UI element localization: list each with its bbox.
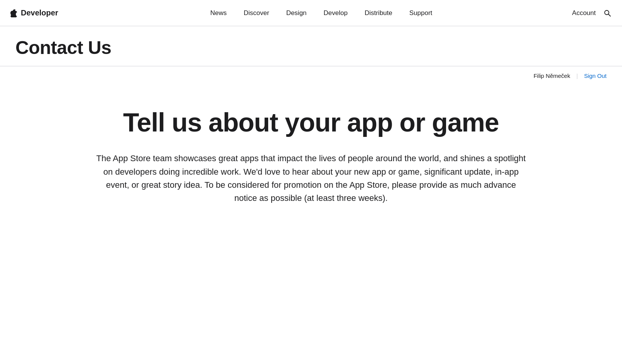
page-title: Contact Us	[15, 37, 607, 58]
nav-item-distribute[interactable]: Distribute	[356, 0, 401, 26]
nav-links: News Discover Design Develop Distribute …	[71, 0, 572, 26]
user-bar-divider: |	[576, 72, 578, 79]
svg-line-1	[608, 14, 610, 16]
nav-right: Account	[572, 8, 613, 19]
search-button[interactable]	[602, 8, 613, 19]
logo-text: Developer	[21, 8, 58, 17]
nav-item-news[interactable]: News	[202, 0, 235, 26]
main-content: Tell us about your app or game The App S…	[41, 85, 581, 236]
navigation-bar: Developer News Discover Design Develop D…	[0, 0, 622, 26]
nav-account-link[interactable]: Account	[572, 9, 596, 17]
nav-item-discover[interactable]: Discover	[235, 0, 278, 26]
hero-description: The App Store team showcases great apps …	[95, 152, 527, 204]
user-name: Filip Němeček	[534, 72, 570, 79]
user-bar: Filip Němeček | Sign Out	[0, 66, 622, 85]
nav-item-design[interactable]: Design	[278, 0, 315, 26]
logo-link[interactable]: Developer	[9, 8, 58, 17]
nav-item-develop[interactable]: Develop	[315, 0, 356, 26]
search-icon	[603, 9, 611, 17]
page-header: Contact Us	[0, 26, 622, 66]
sign-out-link[interactable]: Sign Out	[584, 72, 607, 79]
hero-heading: Tell us about your app or game	[56, 108, 566, 136]
svg-point-0	[605, 10, 609, 15]
nav-item-support[interactable]: Support	[401, 0, 441, 26]
apple-logo-icon	[9, 9, 18, 17]
